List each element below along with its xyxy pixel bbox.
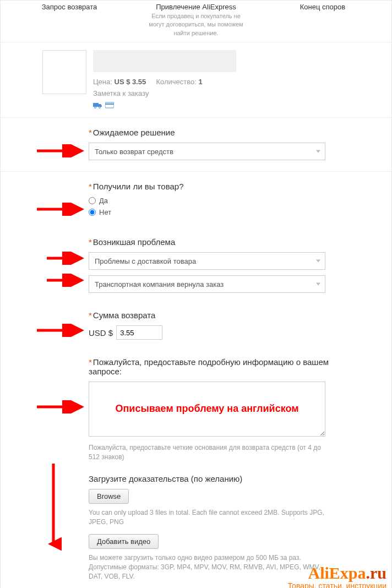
problem-select-2[interactable]: Транспортная компания вернула заказ	[89, 275, 325, 293]
svg-rect-0	[93, 103, 99, 107]
icons-row	[93, 102, 384, 108]
qty-label: Количество:	[156, 78, 196, 86]
step-title: Привлечение AliExpress	[133, 3, 259, 11]
evidence-label: Загрузите доказательства (по желанию)	[89, 474, 384, 483]
price-value: US $ 3.55	[115, 78, 146, 86]
expected-solution-block: *Ожидаемое решение Только возврат средст…	[1, 117, 391, 171]
radio-yes[interactable]: Да	[89, 197, 384, 205]
svg-point-2	[99, 107, 101, 108]
annotation-arrow	[46, 252, 85, 265]
chevron-down-icon	[316, 260, 320, 263]
add-video-button[interactable]: Добавить видео	[89, 534, 159, 549]
radio-no[interactable]: Нет	[89, 208, 384, 216]
select-value: Транспортная компания вернула заказ	[95, 280, 224, 288]
chevron-down-icon	[316, 150, 320, 153]
svg-rect-4	[105, 104, 114, 105]
amount-currency: USD $	[89, 328, 113, 337]
price-label: Цена:	[93, 78, 112, 86]
radio-yes-label: Да	[99, 197, 108, 205]
chevron-down-icon	[316, 283, 320, 286]
problem-select-1[interactable]: Проблемы с доставкой товара	[89, 252, 325, 270]
amount-block: *Сумма возврата USD $	[1, 304, 391, 351]
product-section: Цена: US $ 3.55 Количество: 1 Заметка к …	[1, 42, 391, 117]
step-2: Привлечение AliExpress Если продавец и п…	[133, 3, 259, 37]
detail-textarea[interactable]	[89, 382, 325, 437]
annotation-arrow	[36, 324, 85, 337]
annotation-arrow	[46, 274, 85, 287]
product-info: Цена: US $ 3.55 Количество: 1 Заметка к …	[93, 50, 384, 108]
order-note-label: Заметка к заказу	[93, 89, 384, 97]
radio-yes-input[interactable]	[89, 197, 96, 204]
step-1: Запрос возврата	[6, 3, 133, 37]
price-row: Цена: US $ 3.55 Количество: 1	[93, 78, 384, 86]
video-hint: Вы можете загрузить только одно видео ра…	[89, 553, 325, 581]
step-title: Конец споров	[259, 3, 386, 11]
step-3: Конец споров	[259, 3, 386, 37]
truck-icon	[93, 102, 102, 108]
expected-solution-select[interactable]: Только возврат средств	[89, 143, 325, 160]
qty-value: 1	[198, 78, 202, 86]
svg-rect-3	[105, 102, 114, 108]
amount-label: *Сумма возврата	[89, 311, 384, 320]
expected-solution-label: *Ожидаемое решение	[89, 128, 384, 137]
detail-label: *Пожалуйста, предоставьте подробную инфо…	[89, 357, 331, 376]
annotation-arrow	[36, 144, 85, 157]
upload-hint: You can only upload 3 files in total. Ea…	[89, 508, 325, 527]
textarea-wrap: Описываем проблему на английском	[89, 382, 384, 439]
detail-block: *Пожалуйста, предоставьте подробную инфо…	[1, 351, 391, 588]
annotation-arrow	[36, 203, 85, 216]
product-title-placeholder	[93, 50, 236, 72]
problem-block: *Возникшая проблема Проблемы с доставкой…	[1, 231, 391, 304]
browse-button[interactable]: Browse	[89, 489, 129, 504]
svg-point-1	[95, 107, 96, 108]
steps-row: Запрос возврата Привлечение AliExpress Е…	[1, 1, 391, 42]
radio-no-label: Нет	[99, 208, 111, 216]
detail-hint: Пожалуйста, предоставьте четкие основани…	[89, 443, 325, 462]
amount-input[interactable]	[116, 325, 162, 340]
dispute-form-container: Запрос возврата Привлечение AliExpress Е…	[0, 0, 392, 588]
radio-no-input[interactable]	[89, 209, 96, 216]
amount-row: USD $	[89, 325, 384, 340]
card-icon	[105, 102, 114, 108]
step-subtitle: Если продавец и покупатель не могут дого…	[146, 12, 246, 37]
step-title: Запрос возврата	[6, 3, 133, 11]
problem-label: *Возникшая проблема	[89, 237, 384, 247]
select-value: Проблемы с доставкой товара	[95, 257, 196, 265]
annotation-arrow	[36, 400, 85, 413]
product-thumbnail	[42, 50, 86, 94]
select-value: Только возврат средств	[95, 148, 173, 156]
received-block: *Получили ли вы товар? Да Нет	[1, 171, 391, 231]
received-label: *Получили ли вы товар?	[89, 182, 384, 191]
